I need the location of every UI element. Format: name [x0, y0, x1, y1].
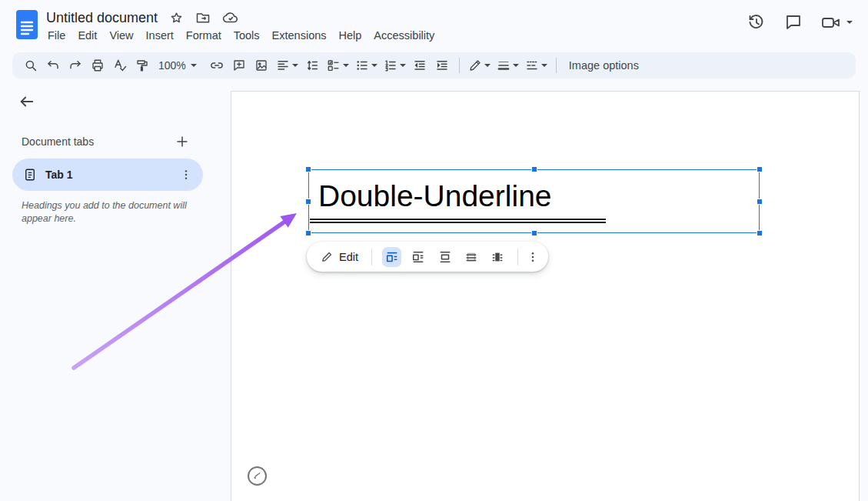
star-button[interactable] — [169, 11, 184, 25]
border-weight-button[interactable] — [494, 55, 521, 76]
in-front-of-text-button[interactable] — [488, 247, 507, 267]
comments-button[interactable] — [784, 13, 803, 32]
menu-tools[interactable]: Tools — [228, 27, 266, 44]
google-docs-logo[interactable] — [15, 9, 38, 40]
image-options-button[interactable]: Image options — [563, 59, 645, 72]
break-text-button[interactable] — [435, 247, 454, 267]
insert-link-button[interactable] — [207, 55, 228, 76]
border-dash-caret-icon — [541, 64, 547, 67]
spelling-check-button[interactable] — [109, 55, 130, 76]
resize-handle-middle-right[interactable] — [757, 199, 763, 205]
undo-button[interactable] — [42, 55, 63, 76]
menu-help[interactable]: Help — [333, 27, 368, 44]
document-status-button[interactable] — [222, 9, 239, 26]
headings-hint-text: Headings you add to the document will ap… — [22, 199, 205, 225]
explore-button[interactable] — [248, 466, 267, 486]
arrow-left-icon — [18, 93, 35, 110]
behind-text-icon — [464, 250, 478, 264]
cloud-saved-icon — [222, 9, 239, 26]
border-color-button[interactable] — [466, 55, 493, 76]
menu-format[interactable]: Format — [180, 27, 228, 44]
version-history-icon — [747, 13, 766, 32]
google-docs-window: Untitled document File Edit View Insert … — [0, 0, 868, 501]
checklist-button[interactable] — [324, 55, 351, 76]
print-button[interactable] — [87, 55, 108, 76]
bulleted-list-button[interactable] — [353, 55, 380, 76]
spelling-check-icon — [113, 58, 127, 72]
resize-handle-middle-left[interactable] — [305, 199, 311, 205]
zoom-value: 100% — [156, 59, 188, 72]
border-color-pen-icon — [468, 58, 482, 72]
align-caret-icon — [292, 64, 298, 67]
tab-label: Tab 1 — [45, 169, 171, 181]
double-underline-line-1 — [310, 219, 606, 220]
resize-handle-bottom-right[interactable] — [757, 230, 763, 236]
menu-insert[interactable]: Insert — [140, 27, 180, 44]
docs-logo-icon — [15, 9, 38, 40]
menu-edit[interactable]: Edit — [72, 27, 103, 44]
document-page[interactable]: Double-Underline Edit — [231, 91, 860, 501]
toolbar-separator — [517, 249, 518, 266]
border-dash-icon — [525, 58, 539, 72]
undo-icon — [46, 58, 60, 72]
wrap-text-icon — [411, 250, 425, 264]
move-to-folder-button[interactable] — [195, 10, 211, 25]
border-dash-button[interactable] — [523, 55, 550, 76]
add-comment-icon — [232, 58, 246, 72]
redo-button[interactable] — [65, 55, 85, 76]
resize-handle-top-right[interactable] — [757, 166, 763, 172]
paint-format-icon — [135, 58, 149, 72]
bulleted-list-caret-icon — [371, 64, 377, 67]
align-button[interactable] — [274, 55, 301, 76]
plus-icon — [175, 135, 189, 149]
resize-handle-top-middle[interactable] — [531, 166, 537, 172]
numbered-list-button[interactable] — [381, 55, 408, 76]
paint-format-button[interactable] — [131, 55, 152, 76]
folder-move-icon — [195, 10, 211, 25]
drawing-text: Double-Underline — [318, 179, 552, 213]
menu-extensions[interactable]: Extensions — [266, 27, 333, 44]
menu-accessibility[interactable]: Accessibility — [367, 27, 441, 44]
numbered-list-caret-icon — [400, 64, 406, 67]
wrap-in-line-button[interactable] — [382, 247, 401, 267]
image-floating-toolbar: Edit — [307, 242, 548, 272]
explore-icon — [252, 471, 262, 481]
menu-file[interactable]: File — [42, 27, 72, 44]
bulleted-list-icon — [355, 58, 369, 72]
insert-image-icon — [254, 58, 268, 72]
insert-image-button[interactable] — [251, 55, 272, 76]
resize-handle-top-left[interactable] — [305, 166, 311, 172]
resize-handle-bottom-middle[interactable] — [531, 230, 537, 236]
comment-icon — [784, 13, 803, 32]
document-title[interactable]: Untitled document — [46, 10, 158, 26]
numbered-list-icon — [384, 58, 397, 72]
menu-bar: File Edit View Insert Format Tools Exten… — [42, 27, 441, 44]
checklist-icon — [327, 58, 341, 72]
wrap-text-button[interactable] — [408, 247, 427, 267]
decrease-indent-button[interactable] — [410, 55, 431, 76]
increase-indent-button[interactable] — [432, 55, 453, 76]
menu-view[interactable]: View — [103, 27, 139, 44]
zoom-select[interactable]: 100% — [154, 55, 199, 76]
line-spacing-button[interactable] — [302, 55, 323, 76]
toolbar-separator — [371, 249, 372, 266]
add-comment-button[interactable] — [229, 55, 250, 76]
insert-link-icon — [210, 58, 224, 72]
tab-options-button[interactable] — [180, 169, 192, 181]
resize-handle-bottom-left[interactable] — [305, 230, 311, 236]
in-line-icon — [385, 250, 399, 264]
add-tab-button[interactable] — [175, 135, 189, 149]
join-call-button[interactable] — [821, 13, 853, 32]
behind-text-button[interactable] — [461, 247, 481, 267]
pencil-icon — [321, 250, 334, 263]
star-icon — [169, 11, 184, 25]
search-menus-button[interactable] — [20, 55, 41, 76]
edit-drawing-button[interactable]: Edit — [316, 250, 363, 263]
tab-document-icon — [23, 168, 37, 182]
version-history-button[interactable] — [747, 13, 766, 32]
sidebar-tab-1[interactable]: Tab 1 — [12, 159, 203, 191]
join-call-caret-icon — [846, 21, 853, 24]
hide-outline-button[interactable] — [18, 93, 35, 110]
more-image-options-button[interactable] — [527, 251, 539, 263]
document-tabs-title: Document tabs — [22, 135, 94, 148]
